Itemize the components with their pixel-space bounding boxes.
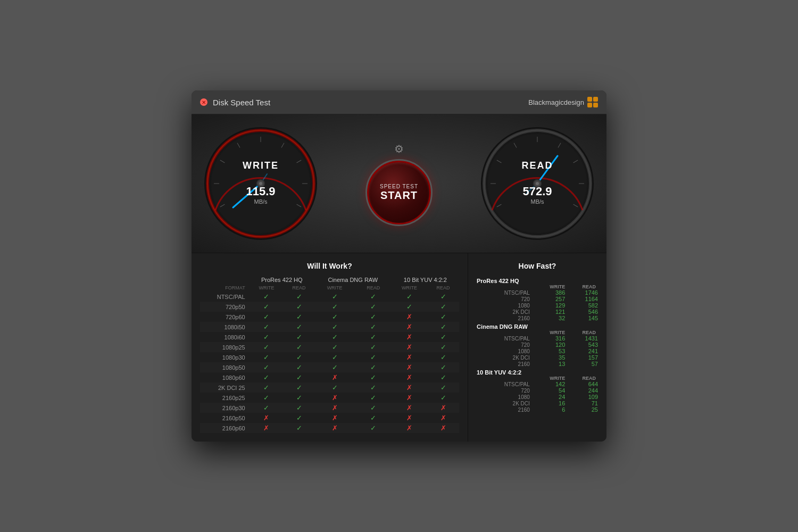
- list-item: 72054244: [477, 387, 598, 394]
- brand-name: Blackmagicdesign: [528, 98, 584, 106]
- settings-icon[interactable]: ⚙: [394, 143, 404, 155]
- read-number: 572.9: [522, 185, 552, 198]
- table-row: 2160p50✗✓✗✓✗✗: [200, 413, 459, 423]
- table-row: 1080p60✓✓✗✓✗✓: [200, 372, 459, 383]
- table-row: 2K DCI 25✓✓✓✓✗✓: [200, 383, 459, 393]
- read-gauge-wrap: READ 572.9 MB/s: [479, 125, 596, 242]
- write-gauge-wrap: WRITE 115.9 MB/s: [202, 125, 319, 242]
- table-row: 2160p60✗✓✗✓✗✗: [200, 423, 459, 433]
- table-row: 1080p25✓✓✓✓✗✓: [200, 342, 459, 352]
- list-item: 720120543: [477, 342, 598, 348]
- list-item: 108053241: [477, 348, 598, 354]
- table-row: 1080i50✓✓✓✓✗✓: [200, 322, 459, 332]
- read-label: READ: [521, 160, 553, 171]
- window-title: Disk Speed Test: [213, 98, 270, 107]
- list-item: 216032145: [477, 315, 598, 321]
- main-window: ✕ Disk Speed Test Blackmagicdesign: [192, 90, 606, 442]
- table-row: 720p60✓✓✓✓✗✓: [200, 312, 459, 322]
- how-fast-table: WRITEREADNTSC/PAL14264472054244108024109…: [477, 376, 598, 413]
- bottom-section: Will It Work? ProRes 422 HQ Cinema DNG R…: [192, 253, 606, 442]
- write-unit: MB/s: [246, 198, 275, 205]
- will-it-work-table: ProRes 422 HQ Cinema DNG RAW 10 Bit YUV …: [200, 276, 459, 433]
- how-fast-table: WRITEREADNTSC/PAL31614317201205431080532…: [477, 330, 598, 367]
- list-item: 2K DCI35157: [477, 354, 598, 361]
- list-item: 2K DCI1671: [477, 400, 598, 406]
- will-it-work-panel: Will It Work? ProRes 422 HQ Cinema DNG R…: [192, 253, 468, 442]
- table-row: 2160p25✓✓✗✓✗✓: [200, 393, 459, 403]
- how-fast-table: WRITEREADNTSC/PAL38617467202571164108012…: [477, 284, 598, 321]
- list-item: 2K DCI121546: [477, 309, 598, 315]
- read-unit: MB/s: [522, 198, 552, 205]
- how-fast-group-title: 10 Bit YUV 4:2:2: [477, 367, 598, 376]
- table-row: 720p50✓✓✓✓✓✓: [200, 302, 459, 312]
- start-button[interactable]: SPEED TEST START: [367, 161, 431, 225]
- table-row: NTSC/PAL✓✓✓✓✓✓: [200, 292, 459, 302]
- table-row: 1080p50✓✓✓✓✗✓: [200, 362, 459, 372]
- write-gauge: WRITE 115.9 MB/s: [202, 125, 319, 242]
- table-row: 1080p30✓✓✓✓✗✓: [200, 352, 459, 362]
- list-item: 2160625: [477, 406, 598, 413]
- how-fast-group-title: ProRes 422 HQ: [477, 276, 598, 284]
- how-fast-title: How Fast?: [477, 262, 598, 270]
- start-button-line1: SPEED TEST: [380, 184, 418, 189]
- list-item: NTSC/PAL3861746: [477, 289, 598, 296]
- read-value: 572.9 MB/s: [522, 185, 552, 205]
- write-number: 115.9: [246, 185, 275, 198]
- list-item: 7202571164: [477, 296, 598, 302]
- brand-area: Blackmagicdesign: [528, 97, 598, 107]
- write-value: 115.9 MB/s: [246, 185, 275, 205]
- read-gauge: READ 572.9 MB/s: [479, 125, 596, 242]
- write-label: WRITE: [243, 160, 279, 171]
- how-fast-group-title: Cinema DNG RAW: [477, 321, 598, 330]
- start-button-line2: START: [380, 189, 418, 202]
- list-item: 1080129582: [477, 302, 598, 309]
- list-item: 21601357: [477, 361, 598, 367]
- gauge-section: WRITE 115.9 MB/s ⚙ SPEED TEST START: [192, 114, 606, 253]
- close-button[interactable]: ✕: [200, 98, 207, 106]
- how-fast-panel: How Fast? ProRes 422 HQWRITEREADNTSC/PAL…: [468, 253, 606, 442]
- list-item: NTSC/PAL3161431: [477, 335, 598, 342]
- title-bar: ✕ Disk Speed Test Blackmagicdesign: [192, 90, 606, 114]
- table-row: 1080i60✓✓✓✓✗✓: [200, 332, 459, 342]
- list-item: NTSC/PAL142644: [477, 381, 598, 387]
- table-row: 2160p30✓✓✗✓✗✗: [200, 403, 459, 413]
- list-item: 108024109: [477, 394, 598, 400]
- brand-icon: [587, 97, 598, 107]
- will-it-work-title: Will It Work?: [200, 262, 459, 270]
- center-controls: ⚙ SPEED TEST START: [367, 143, 431, 225]
